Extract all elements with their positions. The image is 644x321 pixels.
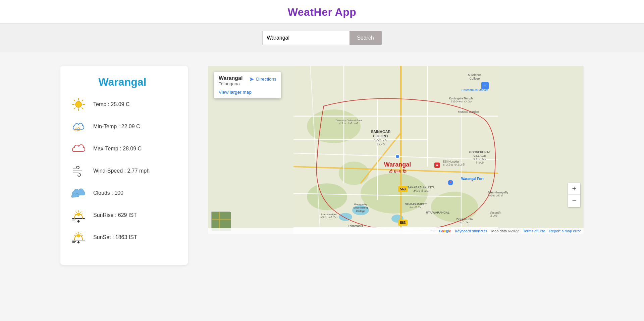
sunrise-item: SunRise : 629 IST	[70, 207, 174, 223]
svg-text:భద్రకాళి బండి: భద్రకాళి బండి	[339, 122, 359, 125]
svg-line-23	[80, 233, 81, 234]
max-temp-label: Max-Temp : 28.09 C	[93, 146, 142, 152]
wind-speed-item: Wind-Speed : 2.77 mph	[70, 163, 174, 179]
svg-text:గ్రామం: గ్రామం	[476, 162, 484, 165]
svg-text:గొర్రెకుంట: గొర్రెకుంట	[473, 158, 486, 161]
app-title: WeatHer App	[0, 6, 644, 18]
map-data: Map data ©2022	[491, 229, 519, 233]
svg-text:RTA WARANGAL: RTA WARANGAL	[426, 211, 449, 214]
clouds-icon	[70, 185, 87, 201]
svg-text:📍: 📍	[449, 181, 452, 184]
svg-text:Engineering: Engineering	[354, 206, 368, 209]
svg-text:Diversity Cultural Park: Diversity Cultural Park	[335, 119, 362, 122]
zoom-out-button[interactable]: −	[568, 195, 580, 207]
sun-icon	[70, 96, 87, 112]
sunrise-icon	[70, 207, 87, 223]
map-container: 563 563 SAINAGAR COLONY సాయినగర్ కాలని W…	[208, 66, 584, 234]
svg-text:కాలని: కాలని	[376, 143, 385, 146]
city-name: Warangal	[70, 76, 174, 88]
svg-point-31	[307, 109, 361, 143]
svg-line-17	[82, 214, 83, 214]
svg-text:SAKARASHIKUNTA: SAKARASHIKUNTA	[407, 186, 434, 189]
svg-point-21	[77, 234, 80, 237]
sunset-item: SunSet : 1863 IST	[70, 229, 174, 245]
svg-text:H: H	[436, 164, 438, 167]
svg-text:దుపకుంట: దుపకుంట	[459, 221, 470, 224]
map-footer: Google Keyboard shortcuts Map data ©2022…	[208, 228, 584, 234]
min-temp-item: Min-Temp : 22.09 C	[70, 119, 174, 135]
svg-text:ESI Hospital: ESI Hospital	[443, 160, 460, 163]
svg-text:563: 563	[400, 221, 406, 225]
svg-text:Musical Garden: Musical Garden	[458, 110, 479, 113]
svg-point-35	[339, 162, 369, 185]
directions-button[interactable]: ➤ Directions	[249, 75, 276, 83]
keyboard-shortcuts[interactable]: Keyboard shortcuts	[455, 229, 487, 233]
map-thumbnail[interactable]	[211, 212, 230, 230]
svg-text:Ganapathy: Ganapathy	[354, 203, 367, 206]
svg-text:శంబూనిపేట: శంబూనిపేట	[409, 206, 423, 209]
svg-text:Enumamula Market: Enumamula Market	[462, 88, 488, 92]
cloud-red-icon	[70, 141, 87, 157]
svg-text:VILLAGE: VILLAGE	[473, 154, 486, 157]
svg-text:Warangal: Warangal	[384, 161, 411, 168]
svg-text:కోటిలింగాల టెంపుల: కోటిలింగాల టెంపుల	[450, 100, 472, 103]
svg-point-100	[395, 154, 399, 158]
map-popup-subtitle: Telangana	[219, 81, 243, 86]
search-input[interactable]	[262, 31, 350, 45]
sunset-icon	[70, 229, 87, 245]
svg-text:Kotilingala Temple: Kotilingala Temple	[449, 97, 474, 100]
search-button[interactable]: Search	[350, 31, 382, 45]
svg-text:College: College	[356, 210, 365, 213]
svg-text:Ammavaripet: Ammavaripet	[321, 213, 337, 216]
svg-line-16	[76, 212, 76, 213]
svg-text:563: 563	[400, 187, 406, 191]
svg-text:Vasanth: Vasanth	[490, 211, 500, 214]
svg-line-15	[80, 212, 81, 213]
clouds-item: Clouds : 100	[70, 185, 174, 201]
sunrise-label: SunRise : 629 IST	[93, 212, 137, 218]
svg-text:స్తంబపల్లి: స్తంబపల్లి	[487, 194, 503, 197]
svg-point-13	[77, 213, 80, 216]
report-map-error[interactable]: Report a map error	[549, 229, 581, 233]
svg-text:SHAMBUNIPET: SHAMBUNIPET	[405, 202, 427, 206]
map-zoom-controls: + −	[568, 183, 580, 207]
svg-text:Dhupakunta: Dhupakunta	[457, 218, 473, 221]
temp-label: Temp : 25.09 C	[93, 101, 130, 107]
cloud-blue-icon	[70, 119, 87, 135]
svg-line-25	[82, 235, 83, 236]
svg-text:🛒: 🛒	[483, 84, 487, 88]
svg-line-8	[74, 108, 75, 109]
map-popup-title: Warangal	[219, 75, 243, 81]
svg-text:వరంగల్: వరంగల్	[388, 169, 407, 174]
svg-line-24	[76, 233, 76, 234]
wind-icon	[70, 163, 87, 179]
svg-text:Sthambampally: Sthambampally	[487, 191, 508, 194]
search-section: Search	[0, 24, 644, 52]
svg-point-38	[339, 213, 352, 221]
svg-line-5	[74, 100, 75, 101]
min-temp-label: Min-Temp : 22.09 C	[93, 124, 140, 130]
svg-line-7	[82, 100, 83, 101]
svg-line-6	[82, 108, 83, 109]
svg-text:Warangal Fort: Warangal Fort	[461, 177, 484, 181]
svg-text:అమ్మవరిపేట: అమ్మవరిపేట	[319, 216, 338, 219]
terms-of-use[interactable]: Terms of Use	[523, 229, 545, 233]
view-larger-map-link[interactable]: View larger map	[219, 90, 252, 95]
wind-speed-label: Wind-Speed : 2.77 mph	[93, 168, 150, 174]
svg-line-18	[74, 214, 75, 214]
svg-text:సాయినగర్: సాయినగర్	[374, 139, 388, 142]
google-logo: Google	[439, 229, 451, 233]
temp-item: Temp : 25.09 C	[70, 96, 174, 112]
sunset-label: SunSet : 1863 IST	[93, 234, 137, 240]
map-popup: Warangal Telangana ➤ Directions View lar…	[214, 72, 281, 98]
map-section: 563 563 SAINAGAR COLONY సాయినగర్ కాలని W…	[208, 66, 584, 234]
weather-card: Warangal Temp : 25.09 C	[60, 66, 188, 265]
svg-line-26	[74, 235, 75, 236]
svg-point-34	[307, 183, 347, 210]
directions-icon: ➤	[249, 75, 254, 83]
max-temp-item: Max-Temp : 28.09 C	[70, 141, 174, 157]
zoom-in-button[interactable]: +	[568, 183, 580, 195]
svg-text:వసంత్: వసంత్	[490, 215, 498, 218]
svg-text:ఇఎస్ఐ ఆసుపతి: ఇఎస్ఐ ఆసుపతి	[443, 163, 465, 167]
main-content: Warangal Temp : 25.09 C	[0, 52, 644, 278]
